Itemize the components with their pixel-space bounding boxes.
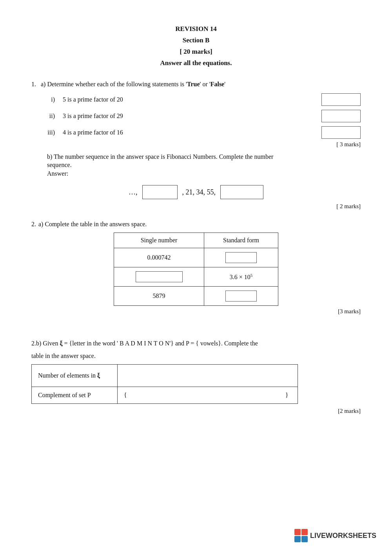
cell-single-1: 0.000742 [114, 248, 204, 267]
q2-part-b: 2.b) Given ξ = {letter in the word ' B A… [31, 338, 361, 414]
statement-text-2: 3 is a prime factor of 29 [63, 113, 310, 120]
q1b-intro2: sequence. [47, 162, 361, 169]
q2a-intro: 2. a) Complete the table in the answers … [31, 221, 361, 228]
q1b-intro1: b) The number sequence in the answer spa… [47, 152, 361, 162]
branding: LIVEWORKSHEETS [294, 529, 376, 542]
title-line4: Answer all the equations. [31, 58, 361, 69]
set-row-1: Number of elements in ξ [32, 364, 298, 387]
col-standard-header: Standard form [204, 233, 278, 248]
fib-input-2[interactable] [220, 185, 263, 199]
statement-row-3: iii) 4 is a prime factor of 16 [39, 126, 361, 139]
statement-text-3: 4 is a prime factor of 16 [63, 129, 310, 136]
cell-single-3: 5879 [114, 287, 204, 306]
q2b-intro2: table in the answer space. [31, 352, 361, 360]
set-input-1[interactable] [124, 369, 283, 382]
answer-box-1[interactable] [321, 93, 361, 106]
cell-standard-3 [204, 287, 278, 306]
q2a-table-container: Single number Standard form 0.000742 [31, 232, 361, 306]
set-value-2: { } [118, 387, 298, 403]
question-1: 1. a) Determine whether each of the foll… [31, 81, 361, 210]
q2b-label: 2.b) Given ξ = {letter in the word ' B A… [31, 340, 258, 347]
roman-1: i) [39, 96, 55, 103]
table-row-3: 5879 [114, 287, 278, 306]
cell-single-2 [114, 267, 204, 287]
set-table: Number of elements in ξ Complement of se… [31, 364, 298, 404]
q1-part-b: b) The number sequence in the answer spa… [31, 152, 361, 210]
cell-standard-1 [204, 248, 278, 267]
set-row-2: Complement of set P { } [32, 387, 298, 403]
fib-middle: , 21, 34, 55, [182, 188, 216, 196]
statement-text-1: 5 is a prime factor of 20 [63, 96, 310, 103]
answer-box-3[interactable] [321, 126, 361, 139]
answer-box-2[interactable] [321, 110, 361, 122]
single-input-2[interactable] [136, 271, 183, 282]
q2-part-a: 2. a) Complete the table in the answers … [31, 221, 361, 315]
set-label-1: Number of elements in ξ [32, 364, 118, 387]
set-value-1 [118, 364, 298, 387]
q1a-marks: [ 3 marks] [31, 141, 361, 148]
roman-2: ii) [39, 113, 55, 120]
statement-row-2: ii) 3 is a prime factor of 29 [39, 110, 361, 122]
lw-logo: LIVEWORKSHEETS [294, 529, 376, 542]
statement-row-1: i) 5 is a prime factor of 20 [39, 93, 361, 106]
q1-part-a: 1. a) Determine whether each of the foll… [31, 81, 361, 148]
table-row-1: 0.000742 [114, 248, 278, 267]
table-row-2: 3.6 × 105 [114, 267, 278, 287]
fibonacci-sequence: …, , 21, 34, 55, [31, 185, 361, 199]
q2b-marks: [2 marks] [31, 408, 361, 414]
fib-input-1[interactable] [142, 185, 178, 199]
title-line1: REVISION 14 [31, 24, 361, 35]
set-label-2: Complement of set P [32, 387, 118, 403]
page-header: REVISION 14 Section B [ 20 marks] Answer… [31, 24, 361, 69]
q2b-intro-text: 2.b) Given ξ = {letter in the word ' B A… [31, 338, 361, 349]
standard-form-table: Single number Standard form 0.000742 [114, 232, 278, 306]
fib-prefix: …, [129, 188, 138, 196]
q1a-intro: 1. a) Determine whether each of the foll… [31, 81, 361, 88]
q2a-marks: [3 marks] [31, 308, 361, 315]
statements-list: i) 5 is a prime factor of 20 ii) 3 is a … [39, 93, 361, 139]
standard-input-1[interactable] [225, 252, 257, 263]
title-line3: [ 20 marks] [31, 46, 361, 58]
brand-text: LIVEWORKSHEETS [310, 532, 376, 540]
q1-label: 1. [31, 81, 36, 88]
standard-input-3[interactable] [225, 291, 257, 302]
title-line2: Section B [31, 35, 361, 46]
q2-label: 2. [31, 221, 36, 228]
cell-standard-2: 3.6 × 105 [204, 267, 278, 287]
roman-3: iii) [39, 129, 55, 136]
question-2: 2. a) Complete the table in the answers … [31, 221, 361, 414]
q1b-marks: [ 2 marks] [31, 203, 361, 210]
q1a-intro-text: a) Determine whether each of the followi… [41, 81, 225, 88]
q1b-answer-label: Answer: [47, 170, 361, 177]
col-single-header: Single number [114, 233, 204, 248]
